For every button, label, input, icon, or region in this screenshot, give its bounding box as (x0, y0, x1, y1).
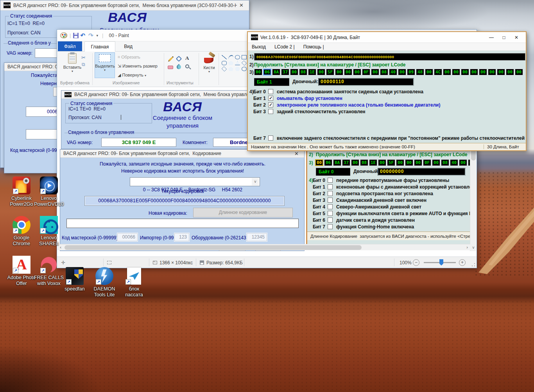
brushes-button[interactable]: Кисти ▾ (201, 53, 217, 73)
cut-icon[interactable]: ✂ (81, 55, 87, 60)
maximize-icon[interactable]: □ (498, 35, 510, 40)
bit-checkbox[interactable] (328, 178, 333, 183)
fill-icon[interactable] (176, 56, 182, 62)
bit-checkbox[interactable] (268, 135, 273, 141)
byte-cell-14[interactable]: 08 (380, 69, 388, 75)
byte-cell-4[interactable]: 00 (351, 159, 359, 166)
bit-checkbox[interactable] (328, 191, 333, 196)
byte-cell-27[interactable]: 00 (497, 69, 505, 75)
byte-cell-1[interactable]: 06 (263, 69, 271, 75)
byte-cell-20[interactable]: 4C (434, 69, 442, 75)
menu-exit[interactable]: Выход (252, 44, 266, 50)
byte-cell-5[interactable]: 08 (299, 69, 307, 75)
byte-cell-10[interactable]: 00 (405, 159, 413, 166)
byte-cell-26[interactable]: 00 (488, 69, 496, 75)
byte-cell-22[interactable]: 00 (452, 69, 460, 75)
window-a-close-icon[interactable]: ✕ (237, 2, 246, 8)
zoom-slider[interactable] (424, 257, 456, 268)
brushes-dropdown-icon[interactable]: ▾ (201, 70, 217, 73)
byte-cell-21[interactable]: 00 (443, 69, 451, 75)
pencil-icon[interactable] (168, 56, 174, 62)
byte-cell-25[interactable]: 00 (479, 69, 487, 75)
bit-checkbox[interactable] (328, 211, 333, 216)
byte-cell-15[interactable]: 40 (389, 69, 397, 75)
tab-home[interactable]: Главная (84, 41, 116, 52)
new-coding-field[interactable] (66, 219, 299, 228)
byte-cell-16[interactable]: 00 (398, 69, 406, 75)
color-picker-icon[interactable] (176, 64, 182, 70)
byte-cell-11[interactable]: 00 (414, 159, 422, 166)
paste-dropdown-icon[interactable]: ▾ (61, 69, 84, 73)
horizontal-scrollbar[interactable]: ‹ › (57, 244, 470, 250)
bit-checkbox[interactable]: ✓ (268, 102, 273, 107)
bit-checkbox[interactable] (328, 204, 333, 209)
copy-icon[interactable]: ⧉ (82, 62, 87, 67)
byte-cell-19[interactable]: 00 (425, 69, 433, 75)
byte-cell-18[interactable]: 48 (416, 69, 424, 75)
tab-view[interactable]: Вид (118, 41, 139, 51)
text-tool-icon[interactable]: A (185, 55, 191, 61)
desktop-icon-speedfan[interactable]: ↗speedfan (58, 267, 91, 292)
desktop-icon-blok-passata[interactable]: ↗блок пассата (117, 267, 151, 298)
byte-cell-29[interactable]: 00 (515, 69, 523, 75)
byte-cell-5[interactable]: 08 (360, 159, 368, 166)
byte-cell-10[interactable]: 00 (344, 69, 352, 75)
byte-cell-2[interactable]: 8A (272, 69, 280, 75)
zoom-slider-thumb[interactable] (439, 259, 443, 265)
bit-checkbox[interactable] (328, 184, 333, 189)
scroll-down-icon[interactable]: ˅ (470, 245, 477, 251)
equipment-field[interactable]: 12345 (247, 233, 267, 241)
byte-cell-0[interactable]: 00 (254, 69, 262, 75)
desktop-icon-lenovo-powerdvd10[interactable]: ↗Lenovo PowerDVD10 (32, 176, 66, 207)
workshop-code-field[interactable]: 00066 (117, 233, 138, 241)
byte-cell-12[interactable]: 0F (362, 69, 370, 75)
byte-cell-3[interactable]: 37 (281, 69, 289, 75)
byte-cell-9[interactable]: 00 (335, 69, 343, 75)
close-icon[interactable]: ✕ (510, 35, 523, 40)
minimize-icon[interactable]: — (485, 35, 498, 40)
byte-cell-7[interactable]: 00 (378, 159, 386, 166)
desktop-icon-lenovo-shareit[interactable]: ↗Lenovo SHAREit (32, 216, 66, 247)
byte-cell-28[interactable]: 00 (506, 69, 514, 75)
undo-icon[interactable]: ↶ (80, 32, 85, 39)
byte-cell-6[interactable]: 1E (369, 159, 377, 166)
long-coding-button[interactable]: Длинное кодирование (193, 208, 293, 217)
importer-field[interactable]: 123 (174, 233, 189, 241)
byte-cell-3[interactable]: 37 (342, 159, 350, 166)
controller-dropdown[interactable]: 0 -- 3C8 937 049 E -- Bordnetz-SG H54 26… (130, 177, 260, 186)
resize-button[interactable]: ⇲ Изменить размер (118, 64, 158, 69)
byte-cell-16[interactable]: 00 (459, 159, 467, 166)
select-button[interactable]: Выделить ▾ (95, 52, 115, 78)
bit-checkbox[interactable] (328, 198, 333, 203)
save-icon[interactable] (73, 33, 79, 38)
byte-cell-8[interactable]: 5F (387, 159, 395, 166)
byte-cell-11[interactable]: 00 (353, 69, 361, 75)
scroll-right-icon[interactable]: › (464, 244, 470, 251)
byte-cell-23[interactable]: 00 (461, 69, 469, 75)
eraser-icon[interactable] (168, 66, 173, 69)
bit-checkbox[interactable] (328, 224, 333, 229)
paste-button[interactable]: Вставить ▾ (61, 53, 84, 73)
resize-grip[interactable] (471, 262, 476, 267)
bit-checkbox[interactable] (268, 89, 273, 94)
menu-lcode2[interactable]: LCode 2 | (274, 44, 295, 50)
byte-cell-9[interactable]: 00 (396, 159, 404, 166)
byte-cell-8[interactable]: 5F (326, 69, 334, 75)
tab-file[interactable]: Файл (58, 41, 82, 51)
select-dropdown-icon[interactable]: ▾ (95, 68, 115, 72)
horizontal-scroll-thumb[interactable] (65, 245, 362, 250)
byte-cell-17[interactable]: 09 (407, 69, 415, 75)
byte-cell-24[interactable]: 00 (470, 69, 478, 75)
byte-cell-2[interactable]: 8A (333, 159, 341, 166)
bit-checkbox[interactable] (328, 217, 333, 223)
crop-button[interactable]: ⌗ Обрезать (118, 55, 140, 60)
byte-cell-7[interactable]: 00 (317, 69, 325, 75)
byte-cell-12[interactable]: 0F (423, 159, 431, 166)
byte-cell-15[interactable]: 40 (450, 159, 458, 166)
vag-number-field[interactable]: 3C8 937 049 E (101, 138, 176, 147)
byte-cell-13[interactable]: 00 (432, 159, 440, 166)
full-coding-hex[interactable]: 00068A3700081E005F0000000F00084000094800… (254, 53, 525, 61)
byte-cell-13[interactable]: 00 (371, 69, 379, 75)
chevron-down-icon[interactable]: ˅ (252, 178, 259, 185)
menu-help[interactable]: Помощь | (303, 44, 324, 50)
